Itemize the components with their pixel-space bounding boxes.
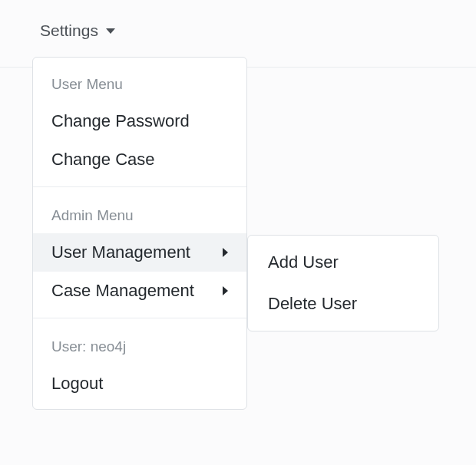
settings-label: Settings xyxy=(40,21,98,40)
menu-item-logout[interactable]: Logout xyxy=(33,364,246,403)
menu-item-label: Change Password xyxy=(51,111,190,131)
caret-down-icon xyxy=(106,28,115,34)
menu-item-label: Logout xyxy=(51,374,103,394)
submenu-item-label: Delete User xyxy=(268,294,357,314)
settings-dropdown-button[interactable]: Settings xyxy=(40,21,115,40)
caret-right-icon xyxy=(223,248,228,257)
menu-item-label: Case Management xyxy=(51,281,194,301)
menu-item-change-password[interactable]: Change Password xyxy=(33,102,246,140)
submenu-item-add-user[interactable]: Add User xyxy=(248,242,438,283)
submenu-item-label: Add User xyxy=(268,252,339,272)
menu-item-user-management[interactable]: User Management xyxy=(33,233,246,272)
user-management-submenu: Add User Delete User xyxy=(247,235,439,331)
menu-divider xyxy=(33,186,246,187)
menu-item-label: User Management xyxy=(51,242,190,262)
menu-item-case-management[interactable]: Case Management xyxy=(33,272,246,310)
settings-dropdown-menu: User Menu Change Password Change Case Ad… xyxy=(32,57,247,410)
section-header-current-user: User: neo4j xyxy=(33,326,246,364)
section-header-user-menu: User Menu xyxy=(33,64,246,102)
menu-item-label: Change Case xyxy=(51,150,155,170)
menu-item-change-case[interactable]: Change Case xyxy=(33,140,246,179)
menu-divider xyxy=(33,318,246,318)
section-header-admin-menu: Admin Menu xyxy=(33,195,246,233)
caret-right-icon xyxy=(223,286,228,295)
submenu-item-delete-user[interactable]: Delete User xyxy=(248,283,438,325)
